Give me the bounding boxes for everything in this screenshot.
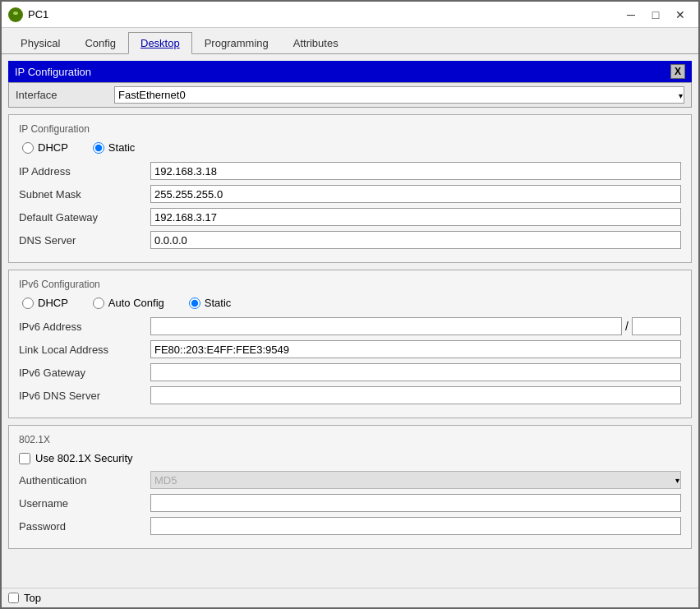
ipv6-gateway-input[interactable] [150,363,681,381]
ipv6-dhcp-option[interactable]: DHCP [22,297,68,309]
ipv4-section: IP Configuration DHCP Static IP Address … [8,114,692,263]
ipv6-dns-row: IPv6 DNS Server [19,386,681,404]
dot1x-checkbox-row: Use 802.1X Security [19,452,681,464]
tab-desktop[interactable]: Desktop [128,32,192,54]
ipv6-dhcp-label: DHCP [38,297,68,309]
app-icon [8,7,23,22]
ipv4-radio-row: DHCP Static [19,141,681,154]
maximize-button[interactable]: □ [644,6,667,24]
ipv4-section-title: IP Configuration [19,123,681,135]
subnet-mask-input[interactable] [150,185,681,203]
minimize-button[interactable]: ─ [619,6,642,24]
username-input[interactable] [150,494,681,512]
ipv6-auto-label: Auto Config [108,297,164,309]
dns-server-input[interactable] [150,231,681,249]
ipv6-prefix-input[interactable] [632,317,681,335]
ipv4-dhcp-label: DHCP [38,141,68,154]
ip-address-input[interactable] [150,162,681,180]
username-label: Username [19,497,150,510]
ipv6-section-title: IPv6 Configuration [19,279,681,290]
ipv6-static-radio[interactable] [189,298,200,309]
ipv4-static-radio[interactable] [93,142,104,154]
main-window: PC1 ─ □ ✕ Physical Config Desktop Progra… [0,0,700,609]
top-checkbox-row: Top [8,592,41,604]
ip-config-close-button[interactable]: X [670,64,685,79]
ip-config-header: IP Configuration X [8,61,692,82]
ipv6-address-label: IPv6 Address [19,321,150,333]
ip-config-title: IP Configuration [15,66,91,78]
window-title: PC1 [28,8,619,21]
link-local-row: Link Local Address [19,340,681,358]
tab-programming[interactable]: Programming [192,32,281,54]
dot1x-title: 802.1X [19,434,681,445]
ipv6-auto-radio[interactable] [93,298,104,309]
dns-server-label: DNS Server [19,234,150,247]
tab-physical[interactable]: Physical [8,32,72,54]
ipv4-static-label: Static [108,141,136,154]
ipv6-radio-row: DHCP Auto Config Static [19,297,681,309]
ipv6-static-option[interactable]: Static [189,297,232,309]
subnet-mask-label: Subnet Mask [19,188,150,201]
bottom-bar: Top [2,588,698,607]
ipv6-slash: / [625,320,629,333]
top-checkbox[interactable] [8,593,19,603]
subnet-mask-row: Subnet Mask [19,185,681,203]
ipv6-dhcp-radio[interactable] [22,298,34,309]
password-input[interactable] [150,517,681,535]
auth-select-wrapper: MD5 ▾ [150,471,681,489]
interface-select[interactable]: FastEthernet0 [114,86,684,104]
link-local-label: Link Local Address [19,344,150,356]
ipv4-static-option[interactable]: Static [93,141,136,154]
ipv6-gateway-row: IPv6 Gateway [19,363,681,381]
title-bar: PC1 ─ □ ✕ [2,2,698,28]
dot1x-section: 802.1X Use 802.1X Security Authenticatio… [8,425,692,549]
default-gateway-row: Default Gateway [19,208,681,226]
ipv6-dns-input[interactable] [150,386,681,404]
default-gateway-label: Default Gateway [19,211,150,224]
ip-address-label: IP Address [19,165,150,178]
dns-server-row: DNS Server [19,231,681,249]
tab-bar: Physical Config Desktop Programming Attr… [2,28,698,54]
ipv6-section: IPv6 Configuration DHCP Auto Config Stat… [8,270,692,418]
interface-row: Interface FastEthernet0 ▾ [8,82,692,108]
ipv4-dhcp-option[interactable]: DHCP [22,141,68,154]
ipv4-dhcp-radio[interactable] [22,142,34,154]
ipv6-auto-option[interactable]: Auto Config [93,297,164,309]
default-gateway-input[interactable] [150,208,681,226]
ipv6-address-group: / [150,317,681,335]
top-label: Top [24,592,41,604]
password-row: Password [19,517,681,535]
ip-address-row: IP Address [19,162,681,180]
ipv6-address-input[interactable] [150,317,622,335]
interface-label: Interface [16,89,114,101]
content-area: IP Configuration X Interface FastEtherne… [2,54,698,588]
ipv6-address-row: IPv6 Address / [19,317,681,335]
close-button[interactable]: ✕ [669,6,692,24]
auth-select[interactable]: MD5 [150,471,681,489]
auth-label: Authentication [19,474,150,487]
ipv6-gateway-label: IPv6 Gateway [19,367,150,379]
interface-select-wrapper: FastEthernet0 ▾ [114,86,684,104]
svg-point-1 [13,12,18,15]
username-row: Username [19,494,681,512]
tab-config[interactable]: Config [72,32,128,54]
dot1x-checkbox[interactable] [19,453,30,464]
ipv6-static-label: Static [205,297,232,309]
window-controls: ─ □ ✕ [619,6,692,24]
tab-attributes[interactable]: Attributes [281,32,351,54]
auth-row: Authentication MD5 ▾ [19,471,681,489]
link-local-input[interactable] [150,340,681,358]
dot1x-checkbox-label: Use 802.1X Security [35,452,133,464]
password-label: Password [19,520,150,533]
ipv6-dns-label: IPv6 DNS Server [19,390,150,402]
